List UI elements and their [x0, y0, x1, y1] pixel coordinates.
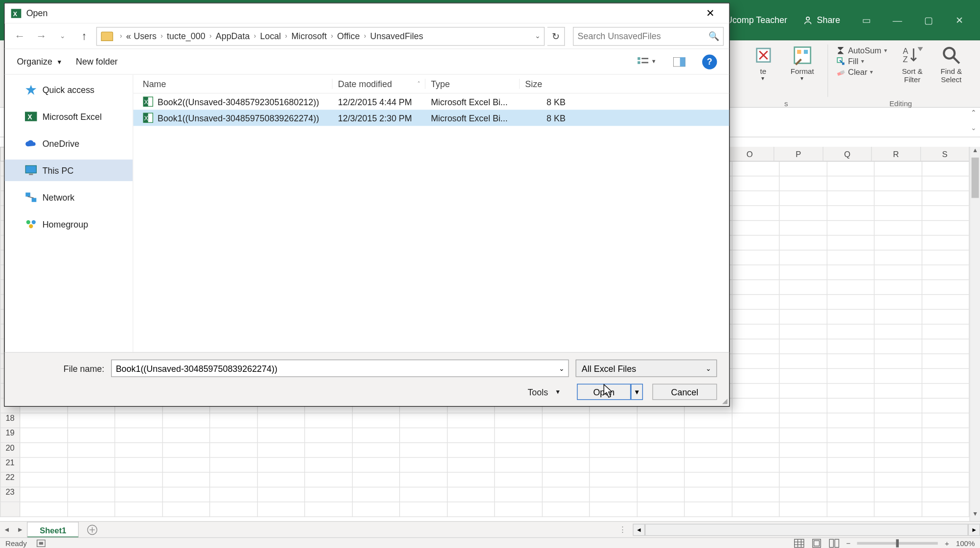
file-list-header[interactable]: Name Date modified ˄ Type Size	[133, 75, 729, 94]
file-filter-dropdown[interactable]: All Excel Files ⌄	[575, 360, 717, 377]
share-button[interactable]: Share	[803, 15, 840, 25]
recent-dropdown-icon[interactable]: ⌄	[53, 27, 72, 45]
close-icon[interactable]: ✕	[944, 10, 975, 30]
new-folder-button[interactable]: New folder	[76, 57, 118, 67]
zoom-in-button[interactable]: +	[945, 539, 949, 547]
tab-split-handle[interactable]: ⋮	[619, 525, 626, 534]
nav-network[interactable]: Network	[5, 186, 133, 208]
forward-button[interactable]: →	[32, 27, 51, 45]
nav-quick-access[interactable]: Quick access	[5, 79, 133, 100]
chevron-right-icon[interactable]: ›	[159, 32, 164, 40]
hscroll-right-icon[interactable]: ►	[968, 524, 980, 536]
open-button[interactable]: Open	[577, 384, 631, 400]
status-ready: Ready	[5, 539, 27, 547]
excel-file-icon: X	[143, 96, 154, 107]
svg-rect-27	[835, 539, 839, 547]
search-input[interactable]: Search UnsavedFiles 🔍	[573, 26, 724, 46]
svg-point-0	[806, 17, 809, 20]
svg-line-13	[953, 57, 959, 63]
col-size[interactable]: Size	[520, 79, 573, 89]
svg-rect-41	[25, 193, 30, 197]
zoom-level[interactable]: 100%	[956, 539, 975, 547]
format-icon	[792, 45, 813, 66]
chevron-right-icon[interactable]: ›	[252, 32, 257, 40]
col-name[interactable]: Name	[133, 79, 332, 89]
svg-rect-40	[29, 174, 33, 175]
plus-circle-icon	[87, 524, 98, 535]
collapse-ribbon-icon[interactable]: ⌃	[971, 109, 976, 116]
view-options-button[interactable]: ▼	[638, 53, 657, 69]
delete-button-partial[interactable]: te ▾	[745, 45, 781, 82]
new-sheet-button[interactable]	[84, 522, 100, 538]
macro-record-icon[interactable]	[36, 539, 46, 547]
chevron-right-icon[interactable]: ›	[284, 32, 289, 40]
vertical-scrollbar[interactable]: ▲ ▼	[969, 147, 980, 521]
svg-rect-19	[795, 539, 804, 547]
excel-app-icon: X	[25, 111, 37, 122]
dialog-close-button[interactable]: ✕	[697, 4, 724, 23]
svg-rect-30	[638, 57, 640, 60]
col-modified[interactable]: Date modified ˄	[333, 79, 426, 89]
nav-excel[interactable]: X Microsoft Excel	[5, 106, 133, 127]
chevron-right-icon[interactable]: ›	[329, 32, 334, 40]
expand-formula-icon[interactable]: ⌄	[971, 124, 976, 131]
sort-filter-button[interactable]: AZ Sort & Filter	[894, 45, 930, 84]
scroll-thumb[interactable]	[972, 158, 979, 198]
resize-grip-icon[interactable]: ◢	[722, 397, 728, 405]
help-button[interactable]: ?	[702, 54, 717, 69]
preview-pane-button[interactable]	[670, 53, 689, 69]
nav-pane: Quick access X Microsoft Excel OneDrive …	[5, 75, 133, 352]
refresh-button[interactable]: ↻	[547, 26, 565, 46]
maximize-icon[interactable]: ▢	[913, 10, 944, 30]
folder-icon	[101, 31, 113, 41]
sort-indicator-icon: ˄	[417, 80, 421, 87]
tab-nav-left-icon[interactable]: ◄	[0, 526, 14, 533]
svg-text:Z: Z	[903, 55, 908, 64]
file-row[interactable]: XBook2((Unsaved-304857923051680212))12/2…	[133, 93, 729, 110]
up-button[interactable]: ↑	[75, 27, 94, 45]
svg-rect-42	[32, 198, 37, 202]
open-split-button[interactable]: ▼	[631, 384, 643, 400]
path-dropdown-icon[interactable]: ⌄	[535, 32, 540, 40]
hscroll-track[interactable]	[645, 524, 968, 536]
chevron-right-icon[interactable]: ›	[363, 32, 367, 40]
page-layout-view-icon[interactable]	[811, 538, 822, 548]
svg-marker-36	[25, 85, 36, 95]
minimize-icon[interactable]: —	[882, 10, 913, 30]
format-button[interactable]: Format ▾	[784, 45, 820, 82]
tools-dropdown[interactable]: Tools ▼	[527, 387, 561, 397]
zoom-out-button[interactable]: −	[846, 539, 851, 547]
normal-view-icon[interactable]	[794, 538, 804, 548]
scroll-down-icon[interactable]: ▼	[970, 510, 980, 521]
nav-this-pc[interactable]: This PC	[5, 160, 133, 181]
chevron-right-icon[interactable]: ›	[118, 32, 123, 40]
chevron-down-icon[interactable]: ⌄	[559, 365, 564, 372]
dialog-title: Open	[26, 8, 697, 19]
organize-button[interactable]: Organize ▼	[17, 57, 62, 67]
autosum-button[interactable]: AutoSum ▾	[836, 46, 887, 55]
zoom-slider[interactable]	[857, 542, 938, 545]
nav-onedrive[interactable]: OneDrive	[5, 133, 133, 154]
back-button[interactable]: ←	[10, 27, 29, 45]
cells-group-label: s	[745, 100, 827, 108]
dialog-footer: File name: Book1((Unsaved-30485975083926…	[5, 352, 729, 406]
breadcrumb[interactable]: › « Users › tucte_000 › AppData › Local …	[96, 26, 545, 46]
ribbon-options-icon[interactable]: ▭	[851, 10, 882, 30]
hscroll-left-icon[interactable]: ◄	[633, 524, 645, 536]
cancel-button[interactable]: Cancel	[652, 384, 717, 400]
filename-input[interactable]: Book1((Unsaved-304859750839262274)) ⌄	[111, 360, 569, 377]
tab-nav-right-icon[interactable]: ►	[14, 526, 27, 533]
clear-button[interactable]: Clear ▾	[836, 68, 887, 77]
col-type[interactable]: Type	[426, 79, 520, 89]
chevron-right-icon[interactable]: ›	[208, 32, 213, 40]
svg-rect-35	[680, 57, 685, 66]
file-row[interactable]: XBook1((Unsaved-304859750839262274))12/3…	[133, 110, 729, 126]
page-break-view-icon[interactable]	[829, 538, 840, 548]
fill-icon	[836, 57, 845, 66]
fill-button[interactable]: Fill ▾	[836, 57, 887, 66]
nav-homegroup[interactable]: Homegroup	[5, 213, 133, 235]
scroll-up-icon[interactable]: ▲	[970, 147, 980, 158]
find-select-button[interactable]: Find & Select	[933, 45, 969, 84]
svg-rect-6	[803, 50, 807, 54]
sheet-tab-active[interactable]: Sheet1	[27, 522, 79, 538]
